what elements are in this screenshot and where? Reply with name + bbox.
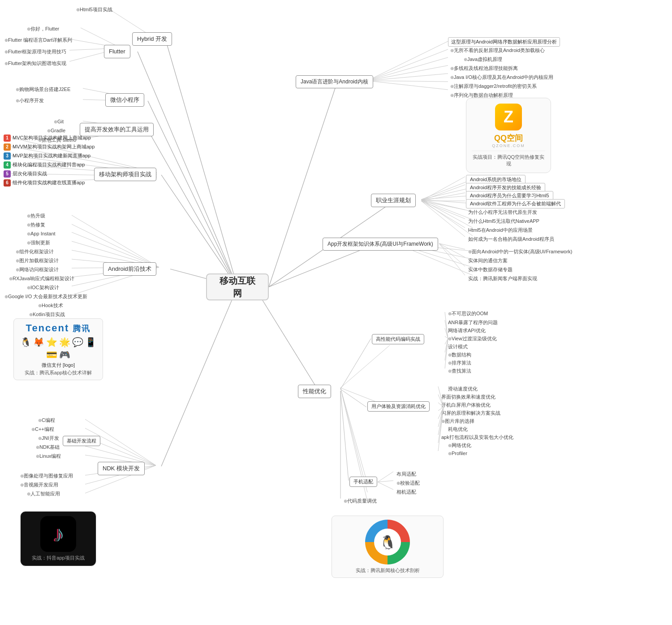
app-instant-label: App Instant <box>30 230 56 237</box>
branch-high-perf: 高性能代码编码实战 <box>372 334 424 344</box>
hello-flutter-label: 你好，Flutter <box>30 26 59 32</box>
rxjava-label: RXJava响应式编程框架设计 <box>13 275 74 282</box>
leaf-flutter-principle: Flutter框架原理与使用技巧 <box>2 48 69 56</box>
leaf-gradle: Gradle <box>45 126 68 135</box>
leaf-apk-size: apk打包流程以及安装包大小优化 <box>439 433 516 442</box>
leaf-practice-news: 实战：腾讯新闻客户端界面实现 <box>466 274 539 283</box>
flutter-principle-label: Flutter框架原理与使用技巧 <box>8 48 66 55</box>
tiktok-icon: ♪ <box>40 516 76 552</box>
leaf-screen-adapt: 布局适配 <box>394 470 418 478</box>
power-label: 耗电优化 <box>448 426 468 433</box>
branch-perf: 性能优化 <box>298 385 331 398</box>
tiktok-practice: 实战：抖音app项目实战 <box>32 555 84 561</box>
flash-cause-label: 闪屏的原理和解决方案实战 <box>441 410 500 417</box>
qq-news-icon: 🐧 <box>365 520 410 564</box>
qqzone-icon: Z <box>495 104 522 130</box>
qq-news-practice: 实战：腾讯新闻核心技术剖析 <box>356 567 420 574</box>
component-framework-label: 组件化框架设计 <box>19 248 54 255</box>
force-update-label: 强制更新 <box>30 239 50 246</box>
ui-fluid-label: 界面切换效果和速度优化 <box>441 394 495 400</box>
leaf-video-dev: 音视频开发应用 <box>18 481 60 489</box>
branch-hybrid-label: Hybrid 开发 <box>137 35 167 43</box>
leaf-phone-adapt2: 相机适配 <box>394 488 418 496</box>
leaf-basic-dev: 基础开发流程 <box>63 436 100 446</box>
svg-line-56 <box>421 200 473 212</box>
leaf-app-instant: App Instant <box>25 230 58 238</box>
leaf-inject: 注解原理与dagger2/retrofit的密切关系 <box>448 82 539 91</box>
search-algo-label: 查找算法 <box>452 368 471 374</box>
html5-android-label: Html5在Android中的应用场景 <box>468 227 533 234</box>
branch-ndk: NDK 模块开发 <box>98 462 145 475</box>
leaf-git: Git <box>52 117 66 126</box>
leaf-image-process: 图像处理与图修复应用 <box>18 472 75 480</box>
leaf-android-engineer: Android软件工程师为什么不会被前端解代 <box>466 199 565 208</box>
flutter-label: Flutter <box>109 48 125 56</box>
video-dev-label: 音视频开发应用 <box>24 482 58 488</box>
tiktok-logo-area: ♪ 实战：抖音app项目实战 <box>20 511 96 566</box>
multithread-label: 多线程及线程池原理技能拆离 <box>454 65 518 72</box>
ndk-base-label: NDK基础 <box>39 444 60 451</box>
leaf-startup-exp: 开机白屏用户体验优化 <box>439 401 493 409</box>
svg-line-55 <box>421 200 473 204</box>
svg-line-46 <box>367 49 448 81</box>
qqzone-subtitle: QZONE.COM <box>492 143 525 148</box>
svg-line-94 <box>421 185 465 201</box>
svg-line-38 <box>85 428 156 465</box>
svg-line-50 <box>367 81 448 82</box>
leaf-modular: 4 模块化编程项目实战构建抖音app <box>4 161 85 169</box>
svg-line-87 <box>340 389 366 407</box>
svg-line-49 <box>367 74 448 81</box>
leaf-kotlin: Kotlin项目实战 <box>27 310 67 319</box>
svg-line-4 <box>161 175 237 287</box>
inject-label: 注解原理与dagger2/retrofit的密切关系 <box>454 83 537 90</box>
leaf-high-ui: 面向Android中的一切实体(高级UI/Framework) <box>466 247 574 256</box>
branch-android-frontier: Android前沿技术 <box>103 262 156 276</box>
leaf-hook: Hook技术 <box>36 301 65 310</box>
mindmap-container: 移动互联网 Hybrid 开发 Html5项目实战 Flutter 你好，Flu… <box>0 0 672 625</box>
leaf-image-load: 图片加载框架设计 <box>13 256 61 265</box>
git-label: Git <box>57 118 64 125</box>
svg-line-93 <box>421 177 465 201</box>
branch-phone-adapt: 手机适配 <box>349 477 377 487</box>
ai-label: 人工智能应用 <box>30 490 60 497</box>
svg-line-91 <box>378 481 393 482</box>
c-prog-label: C编程 <box>42 417 55 424</box>
component-badge: 6 <box>4 179 11 187</box>
leaf-html5-project: Html5项目实战 <box>74 5 115 14</box>
jni-label: JNI开发 <box>42 435 59 442</box>
svg-line-52 <box>421 179 473 200</box>
phone-adapt-label: 手机适配 <box>353 478 373 485</box>
design-pattern-label: 设计模式 <box>448 343 468 350</box>
mvp-badge: 3 <box>4 152 11 160</box>
leaf-cpp-prog: C++编程 <box>29 425 56 434</box>
ioc-label: IOC架构设计 <box>30 284 59 291</box>
svg-line-86 <box>340 339 371 389</box>
branch-user-exp: 用户体验及资源消耗优化 <box>367 401 430 412</box>
leaf-how-senior: 如何成为一名合格的高级Android程序员 <box>466 235 556 243</box>
qqzone-practice: 实战项目：腾讯QQ空间热修复实现 <box>472 151 545 167</box>
layout-adapt-label: 校验适配 <box>400 480 420 486</box>
oom-label: 不可思议的OOM <box>452 310 488 317</box>
leaf-html5-android: Html5在Android中的应用场景 <box>466 226 535 234</box>
svg-line-97 <box>421 201 465 210</box>
svg-line-28 <box>72 224 159 267</box>
leaf-mvc: 1 MVC架构项目实战构建网上商城app <box>4 135 91 142</box>
svg-line-2 <box>148 101 237 287</box>
leaf-ai: 人工智能应用 <box>25 490 62 498</box>
leaf-search-algo: 查找算法 <box>446 367 474 375</box>
gradle-label: Gradle <box>51 127 65 134</box>
tools-label: 提高开发效率的工具运用 <box>85 126 149 134</box>
leaf-design-pattern: 设计模式 <box>446 343 470 351</box>
leaf-algorithm: 排序算法 <box>446 359 474 367</box>
leaf-reflection: 无所不看的反射原理及Android类加载核心 <box>448 46 547 55</box>
modular-label: 模块化编程项目实战构建抖音app <box>13 161 85 168</box>
perf-label: 性能优化 <box>303 387 326 395</box>
leaf-c-prog: C编程 <box>36 416 57 425</box>
practice-comm-label: 实体间的通信方案 <box>468 257 508 264</box>
leaf-data-structure: 数据结构 <box>446 351 474 359</box>
svg-line-92 <box>378 482 393 490</box>
svg-line-9 <box>269 246 372 287</box>
svg-line-59 <box>421 200 473 236</box>
google-io-label: Google I/O 大会最新技术及技术更新 <box>8 293 87 300</box>
flutter-knowledge-label: Flutter架构知识图谱地实现 <box>8 60 66 67</box>
